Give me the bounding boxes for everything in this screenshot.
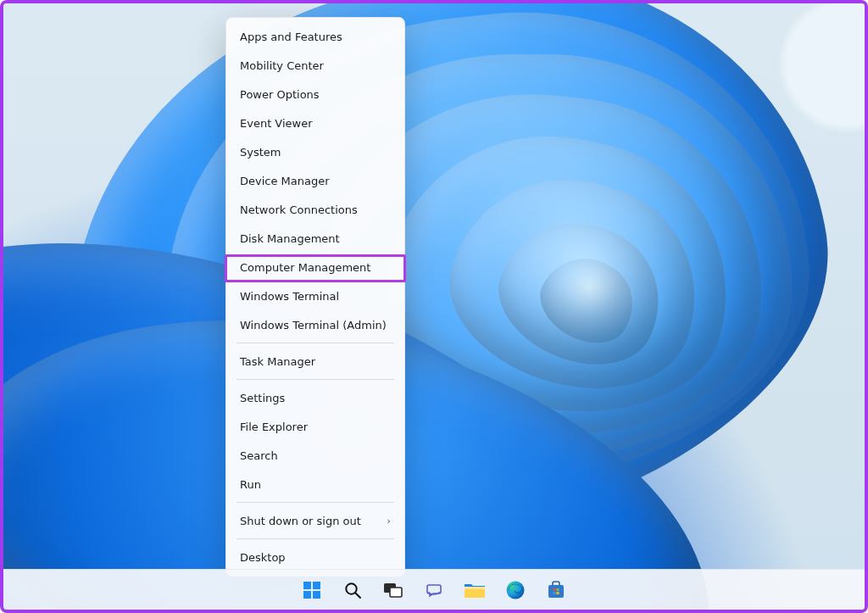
svg-rect-7 (390, 588, 402, 597)
winx-context-menu-list: Apps and FeaturesMobility CenterPower Op… (226, 22, 404, 571)
svg-rect-2 (303, 591, 311, 599)
file-explorer-button[interactable] (463, 578, 487, 602)
menu-item-label: Windows Terminal (240, 290, 339, 303)
menu-separator (236, 538, 394, 539)
store-icon (546, 580, 566, 600)
menu-device-manager[interactable]: Device Manager (226, 166, 404, 195)
menu-item-label: Task Manager (240, 355, 315, 368)
chat-button[interactable] (422, 578, 446, 602)
desktop-wallpaper (3, 3, 865, 610)
svg-line-5 (356, 593, 361, 598)
svg-rect-1 (313, 582, 320, 589)
menu-computer-management[interactable]: Computer Management (226, 253, 404, 281)
svg-rect-12 (548, 585, 564, 598)
menu-item-label: Mobility Center (240, 59, 324, 72)
svg-rect-3 (313, 591, 320, 599)
svg-rect-16 (557, 592, 559, 594)
svg-rect-10 (465, 587, 485, 589)
menu-run[interactable]: Run (226, 470, 404, 499)
menu-item-label: Disk Management (240, 232, 340, 245)
taskbar (3, 569, 865, 610)
store-button[interactable] (544, 578, 568, 602)
menu-item-label: Settings (240, 392, 285, 404)
svg-rect-15 (554, 592, 556, 594)
menu-item-label: Windows Terminal (Admin) (240, 319, 387, 332)
menu-item-label: Network Connections (240, 203, 358, 216)
menu-item-label: Shut down or sign out (240, 515, 361, 527)
menu-power-options[interactable]: Power Options (226, 80, 404, 109)
search-icon (343, 581, 362, 599)
screenshot-frame: Apps and FeaturesMobility CenterPower Op… (0, 0, 868, 613)
menu-mobility-center[interactable]: Mobility Center (226, 51, 404, 80)
menu-file-explorer[interactable]: File Explorer (226, 412, 404, 441)
svg-rect-0 (303, 582, 311, 589)
task-view-icon (383, 581, 403, 599)
menu-separator (236, 502, 394, 503)
menu-disk-management[interactable]: Disk Management (226, 224, 404, 253)
menu-item-label: Event Viewer (240, 117, 313, 130)
menu-item-label: System (240, 146, 281, 159)
chat-icon (424, 580, 444, 600)
svg-rect-14 (557, 588, 559, 591)
menu-windows-terminal-admin[interactable]: Windows Terminal (Admin) (226, 310, 404, 339)
menu-item-label: Power Options (240, 88, 320, 101)
menu-item-label: Device Manager (240, 175, 330, 187)
menu-item-label: Run (240, 478, 261, 491)
menu-event-viewer[interactable]: Event Viewer (226, 109, 404, 137)
menu-separator (236, 343, 394, 343)
menu-item-label: Search (240, 449, 278, 462)
menu-network-connections[interactable]: Network Connections (226, 195, 404, 224)
menu-system[interactable]: System (226, 137, 404, 166)
menu-separator (236, 379, 394, 380)
menu-task-manager[interactable]: Task Manager (226, 347, 404, 376)
menu-windows-terminal[interactable]: Windows Terminal (226, 281, 404, 310)
menu-apps-and-features[interactable]: Apps and Features (226, 22, 404, 51)
search-button[interactable] (341, 578, 364, 602)
file-explorer-icon (464, 581, 486, 599)
menu-item-label: Desktop (240, 551, 286, 564)
winx-context-menu: Apps and FeaturesMobility CenterPower Op… (225, 17, 405, 577)
windows-logo-icon (303, 581, 321, 599)
chevron-right-icon: › (387, 515, 391, 527)
menu-shut-down-or-sign-out[interactable]: Shut down or sign out› (226, 506, 404, 535)
menu-desktop[interactable]: Desktop (226, 543, 404, 571)
edge-icon (505, 580, 526, 600)
menu-search[interactable]: Search (226, 441, 404, 470)
menu-item-label: Apps and Features (240, 31, 342, 43)
edge-button[interactable] (504, 578, 527, 602)
menu-settings[interactable]: Settings (226, 383, 404, 412)
start-button[interactable] (300, 578, 324, 602)
svg-rect-13 (554, 588, 556, 591)
menu-item-label: File Explorer (240, 421, 308, 433)
task-view-button[interactable] (381, 578, 405, 602)
menu-item-label: Computer Management (240, 261, 370, 274)
